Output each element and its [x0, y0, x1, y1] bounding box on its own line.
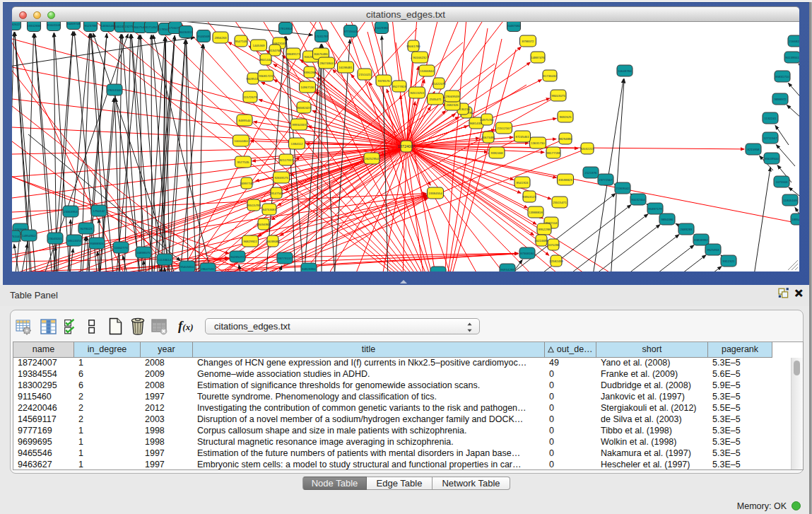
svg-text:2121876: 2121876 — [584, 171, 597, 175]
svg-text:16198481: 16198481 — [339, 66, 353, 69]
svg-text:99934333: 99934333 — [292, 123, 306, 127]
svg-text:84828884: 84828884 — [302, 267, 316, 271]
svg-text:95515799: 95515799 — [247, 204, 261, 207]
svg-text:1445369: 1445369 — [252, 44, 265, 47]
svg-text:23772567: 23772567 — [599, 178, 613, 182]
svg-text:81601108: 81601108 — [47, 23, 61, 27]
svg-text:83838992: 83838992 — [694, 238, 708, 242]
svg-text:16469748: 16469748 — [66, 22, 81, 25]
svg-text:8134768: 8134768 — [269, 49, 281, 52]
svg-text:11662773: 11662773 — [114, 246, 128, 250]
svg-text:19147542: 19147542 — [269, 192, 283, 195]
svg-text:9390266: 9390266 — [303, 71, 316, 74]
svg-text:92117937: 92117937 — [279, 158, 293, 162]
svg-text:14954902: 14954902 — [22, 234, 36, 238]
svg-text:13631730: 13631730 — [531, 141, 545, 145]
svg-text:98294880: 98294880 — [558, 137, 572, 141]
svg-text:9952298: 9952298 — [538, 228, 551, 231]
svg-text:95056963: 95056963 — [257, 223, 271, 226]
svg-text:9312321: 9312321 — [722, 259, 735, 263]
svg-text:13988818: 13988818 — [529, 211, 543, 214]
svg-text:18513374: 18513374 — [67, 239, 81, 243]
svg-text:17031797: 17031797 — [314, 35, 329, 38]
svg-text:10648784: 10648784 — [618, 69, 632, 73]
svg-text:86582423: 86582423 — [297, 106, 311, 110]
svg-text:84753683: 84753683 — [262, 208, 276, 211]
svg-text:11133614: 11133614 — [158, 258, 172, 262]
svg-text:2689283: 2689283 — [680, 228, 693, 231]
svg-text:24975761: 24975761 — [480, 118, 494, 122]
svg-text:28647031: 28647031 — [201, 267, 215, 271]
svg-text:96690911: 96690911 — [179, 30, 193, 34]
svg-text:2682326: 2682326 — [446, 103, 459, 107]
svg-text:2151021: 2151021 — [358, 73, 371, 76]
svg-text:8489544: 8489544 — [238, 119, 251, 122]
svg-text:10004460: 10004460 — [234, 139, 248, 143]
svg-text:93903123: 93903123 — [522, 195, 536, 199]
svg-text:1670286: 1670286 — [547, 243, 560, 247]
svg-text:23363953: 23363953 — [64, 210, 78, 214]
svg-text:92032215: 92032215 — [580, 147, 594, 151]
svg-text:85831710: 85831710 — [775, 75, 789, 78]
svg-text:95888926: 95888926 — [90, 242, 104, 245]
svg-text:90166232: 90166232 — [413, 56, 427, 59]
svg-text:21422070: 21422070 — [432, 82, 446, 86]
svg-text:20673491: 20673491 — [481, 136, 495, 139]
svg-text:9123789: 9123789 — [84, 24, 97, 28]
svg-text:90513253: 90513253 — [410, 91, 424, 95]
svg-text:93081723: 93081723 — [259, 74, 273, 78]
svg-text:19384554: 19384554 — [428, 192, 442, 195]
svg-text:9525953: 9525953 — [707, 248, 719, 252]
svg-text:16898575: 16898575 — [136, 251, 151, 255]
svg-text:95277819: 95277819 — [392, 85, 406, 88]
svg-text:10967130: 10967130 — [300, 86, 314, 89]
svg-text:80676486: 80676486 — [314, 52, 328, 56]
svg-text:85639500: 85639500 — [765, 157, 779, 160]
svg-text:88689171: 88689171 — [286, 52, 300, 56]
svg-text:12711567: 12711567 — [763, 136, 777, 140]
svg-text:16997740: 16997740 — [240, 182, 254, 185]
svg-text:87245461: 87245461 — [515, 135, 529, 139]
svg-text:21512167: 21512167 — [497, 127, 511, 130]
svg-text:8171452: 8171452 — [145, 25, 158, 29]
svg-text:14330146: 14330146 — [100, 24, 114, 28]
svg-text:96934288: 96934288 — [500, 268, 514, 271]
svg-text:11805169: 11805169 — [783, 199, 797, 202]
svg-text:2856263: 2856263 — [214, 36, 227, 40]
svg-text:9547105: 9547105 — [235, 40, 247, 43]
svg-text:95061780: 95061780 — [406, 45, 420, 48]
svg-text:9078023: 9078023 — [80, 227, 93, 230]
svg-text:81736032: 81736032 — [543, 74, 557, 78]
svg-text:98779137: 98779137 — [278, 257, 292, 260]
svg-text:9898972: 9898972 — [774, 98, 787, 101]
svg-text:29053346: 29053346 — [107, 88, 122, 92]
svg-text:9692625: 9692625 — [559, 115, 572, 119]
svg-text:9392468: 9392468 — [490, 151, 503, 155]
svg-text:8215958: 8215958 — [747, 148, 760, 151]
svg-text:28474844: 28474844 — [319, 62, 334, 65]
svg-text:8792622: 8792622 — [12, 23, 20, 26]
svg-text:21369042: 21369042 — [616, 187, 630, 190]
svg-text:1750142: 1750142 — [93, 209, 105, 213]
svg-text:14887476: 14887476 — [531, 56, 545, 59]
svg-text:98403075: 98403075 — [551, 94, 565, 98]
svg-text:20487682: 20487682 — [507, 24, 521, 28]
svg-text:27818804: 27818804 — [278, 27, 293, 30]
svg-text:1132241: 1132241 — [765, 117, 777, 120]
svg-text:15366844: 15366844 — [420, 69, 434, 73]
svg-text:9577535: 9577535 — [237, 160, 249, 164]
svg-text:25515471: 25515471 — [553, 201, 567, 204]
svg-text:83598829: 83598829 — [558, 178, 572, 182]
svg-text:92659175: 92659175 — [274, 176, 288, 180]
svg-text:8798372: 8798372 — [522, 40, 534, 43]
svg-text:9894386: 9894386 — [661, 218, 673, 221]
svg-text:90285272: 90285272 — [230, 255, 245, 259]
svg-text:29069539: 29069539 — [445, 95, 459, 98]
svg-text:8541924: 8541924 — [516, 181, 529, 185]
svg-text:23043201: 23043201 — [48, 237, 62, 240]
svg-text:1675563: 1675563 — [775, 180, 788, 184]
svg-text:9601444: 9601444 — [259, 58, 272, 62]
svg-text:20808689: 20808689 — [431, 271, 445, 271]
svg-text:1384112: 1384112 — [291, 142, 303, 146]
svg-text:9378576: 9378576 — [377, 79, 390, 83]
